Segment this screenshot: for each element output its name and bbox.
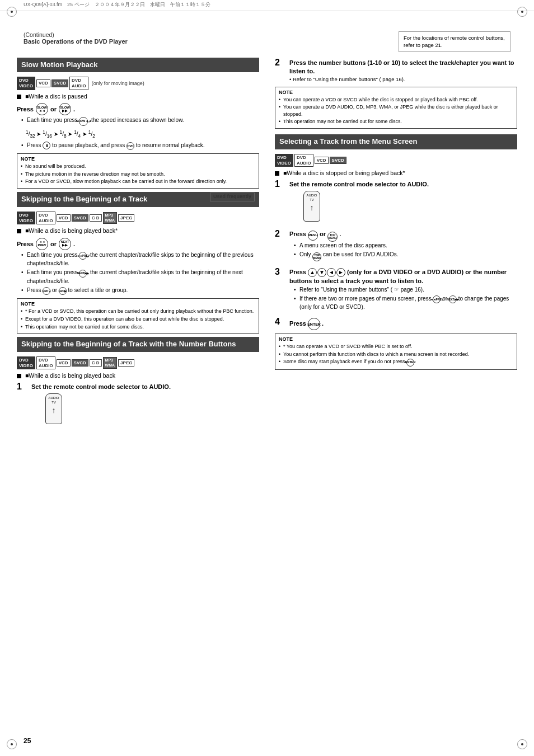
badge-svcd-2: SVCD xyxy=(72,214,88,222)
step2-sub: • Refer to "Using the number buttons" ( … xyxy=(289,76,517,83)
page-header: (Continued) Basic Operations of the DVD … xyxy=(0,16,534,55)
pause-btn-inline: ⏸ xyxy=(43,142,50,149)
slow-motion-press: Press SLOW◄◄ or SLOW▶▶ . xyxy=(17,103,259,115)
black-square-3 xyxy=(17,374,21,378)
badge-dvd-video-2: DVDVIDEO xyxy=(17,212,35,224)
page-ref-icon: ☞ xyxy=(394,287,399,293)
top-menu-inline: TOPMENU xyxy=(312,252,321,261)
skipping-track-bullets: Each time you press ◄◄PREV, the current … xyxy=(17,251,259,295)
badge-note: (only for moving image) xyxy=(92,81,144,86)
slow-motion-badges: DVDVIDEO VCD SVCD DVDAUDIO (only for mov… xyxy=(17,77,259,90)
step2-title: Press the number buttons (1-10 or 10) to… xyxy=(289,59,517,76)
press-label-skip: Press xyxy=(17,241,34,247)
slow-motion-bullets-2: Press ⏸ to pause playback, and press DVD… xyxy=(17,142,259,151)
slow-motion-condition: ■While a disc is paused xyxy=(17,92,259,101)
corner-mark-tr xyxy=(517,7,527,17)
arrow-buttons: ▲ ▼ ◄ ► xyxy=(308,268,345,277)
select-step1-body: Set the remote control mode selector to … xyxy=(289,180,517,227)
number-step1-title: Set the remote control mode selector to … xyxy=(31,383,259,391)
remote-body-right: AUDIO TV ↑ xyxy=(303,191,320,222)
selecting-track-title: Selecting a Track from the Menu Screen xyxy=(275,134,517,149)
used-frequently-tag: Used frequently xyxy=(210,192,255,201)
skip-note-title: NOTE xyxy=(21,301,255,307)
skip-bullet-1: Each time you press ◄◄PREV, the current … xyxy=(21,251,259,268)
press-period-skip: . xyxy=(73,241,75,247)
select-step4-body: Press ENTER . xyxy=(289,318,517,330)
select-step4: 4 Press ENTER . xyxy=(275,318,517,330)
selecting-track-section: Selecting a Track from the Menu Screen D… xyxy=(275,134,517,370)
right-column: 2 Press the number buttons (1-10 or 10) … xyxy=(267,58,517,433)
select-step2-bullet-1: A menu screen of the disc appears. xyxy=(294,242,517,250)
up-arrow-btn: ▲ xyxy=(308,268,317,277)
corner-mark-tl xyxy=(7,7,17,17)
selecting-note-2: You cannot perform this function with di… xyxy=(279,351,513,358)
step2-num: 2 xyxy=(275,58,286,68)
select-step3: 3 Press ▲ ▼ ◄ ► (only for a DVD VIDEO or… xyxy=(275,268,517,314)
group-skip-fwd: GRP▶ xyxy=(59,287,67,295)
select-step1: 1 Set the remote control mode selector t… xyxy=(275,180,517,227)
selecting-note-title: NOTE xyxy=(279,336,513,342)
black-square-4 xyxy=(275,171,279,176)
select-step3-bullet-2: If there are two or more pages of menu s… xyxy=(294,295,517,312)
remote-tv-label-2: TV xyxy=(310,198,314,201)
enter-btn-inline: ENTER xyxy=(406,359,414,367)
step2-note-2: You can operate a DVD AUDIO, CD, MP3, WM… xyxy=(279,104,513,118)
select-step3-body: Press ▲ ▼ ◄ ► (only for a DVD VIDEO or a… xyxy=(289,268,517,314)
badge-jpeg: JPEG xyxy=(118,214,134,222)
meta-line: UX-Q09[A]-03.fm 25 ページ ２００４年９月２２日 水曜日 午前… xyxy=(0,0,534,11)
slow-note-list: No sound will be produced. The picture m… xyxy=(21,163,255,185)
header-left: (Continued) Basic Operations of the DVD … xyxy=(24,31,128,45)
corner-mark-bl xyxy=(7,739,17,749)
next-btn-inline2: NEXT▶▶ xyxy=(449,295,457,303)
step2-number: 2 Press the number buttons (1-10 or 10) … xyxy=(275,59,517,83)
select-step2-body: Press MENU or TOPMENU . A menu screen of… xyxy=(289,230,517,265)
selecting-note-1: * You can operate a VCD or SVCD while PB… xyxy=(279,343,513,350)
badge-vcd-4: VCD xyxy=(315,157,329,165)
prev-inline: ◄◄PREV xyxy=(79,252,87,260)
skip-note-list: * For a VCD or SVCD, this operation can … xyxy=(21,308,255,330)
slow-rewind-inline: SLOW◄◄ xyxy=(79,117,88,126)
press-label-slow: Press xyxy=(17,106,34,112)
left-arrow-btn: ◄ xyxy=(327,268,336,277)
menu-btn: MENU xyxy=(308,231,318,241)
black-square-2 xyxy=(17,229,21,233)
skip-note-3: This operation may not be carried out fo… xyxy=(21,323,255,331)
skip-bullet-3: Press GRP◄ or GRP▶ to select a title or … xyxy=(21,287,259,295)
badge-svcd: SVCD xyxy=(51,79,68,87)
badge-vcd-2: VCD xyxy=(57,214,71,222)
slow-rewind-btn: SLOW◄◄ xyxy=(36,103,48,115)
skipping-track-title: Skipping to the Beginning of a Track Use… xyxy=(17,192,259,207)
badge-cd-3: C D xyxy=(90,359,102,367)
badge-vcd: VCD xyxy=(36,79,50,87)
badge-svcd-3: SVCD xyxy=(72,359,88,367)
select-step3-bullet-1: Refer to "Using the number buttons" ( ☞ … xyxy=(294,286,517,294)
left-column: Slow Motion Playback DVDVIDEO VCD SVCD D… xyxy=(17,58,267,433)
badge-dvd-audio-3: DVDAUDIO xyxy=(36,356,55,369)
press-period-slow: . xyxy=(73,106,75,112)
page-container: UX-Q09[A]-03.fm 25 ページ ２００４年９月２２日 水曜日 午前… xyxy=(0,0,534,756)
select-step1-num: 1 xyxy=(275,179,286,189)
remote-tv-label: TV xyxy=(51,401,56,404)
select-step2-num: 2 xyxy=(275,229,286,239)
skip-bullet-2: Each time you press NEXT▶▶, the current … xyxy=(21,269,259,285)
black-square-icon xyxy=(17,95,21,99)
skipping-track-press: Press ◄◄PREV or NEXT▶▶ . xyxy=(17,238,259,250)
down-arrow-btn: ▼ xyxy=(317,268,326,277)
dvd-btn-inline: DVD xyxy=(127,142,134,150)
badge-cd: C D xyxy=(90,214,102,222)
slow-bullet-1: Each time you press SLOW◄◄, the speed in… xyxy=(21,116,259,126)
number-step1: 1 Set the remote control mode selector t… xyxy=(17,383,259,429)
reference-box: For the locations of remote control butt… xyxy=(399,31,510,52)
previous-btn: ◄◄PREV xyxy=(36,238,48,250)
badge-mp3wma: MP3WMA xyxy=(103,212,118,224)
slow-note-2: The picture motion in the reverse direct… xyxy=(21,171,255,178)
selecting-track-badges: DVDVIDEO DVDAUDIO VCD SVCD xyxy=(275,154,517,167)
badge-vcd-3: VCD xyxy=(57,359,71,367)
step2-note-3: This operation may not be carried out fo… xyxy=(279,118,513,125)
slow-bullet-2: Press ⏸ to pause playback, and press DVD… xyxy=(21,142,259,151)
page-subtitle: Basic Operations of the DVD Player xyxy=(24,38,128,45)
remote-body: AUDIO TV ↑ xyxy=(45,393,62,424)
remote-audio-label: AUDIO xyxy=(48,396,59,400)
skipping-track-condition: ■While a disc is being played back* xyxy=(17,227,259,236)
slow-note-1: No sound will be produced. xyxy=(21,163,255,170)
